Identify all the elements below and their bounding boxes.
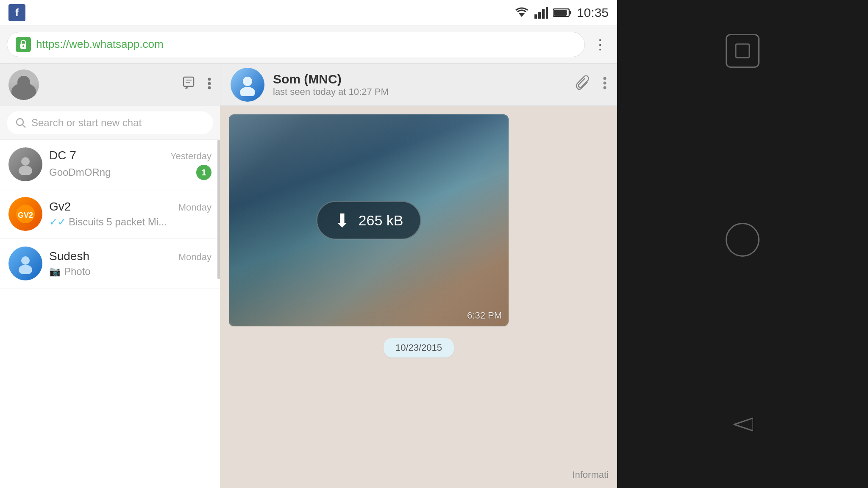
download-button[interactable]: ⬇ 265 kB: [317, 201, 421, 240]
svg-rect-4: [546, 7, 548, 19]
chat-menu-icon[interactable]: [603, 76, 607, 93]
contact-info: Som (MNC) last seen today at 10:27 PM: [273, 72, 567, 97]
phone-controls: [617, 0, 868, 488]
chat-info: DC 7 Yesterday GooDmORng 1: [49, 149, 211, 180]
message-time: 6:32 PM: [467, 310, 502, 321]
chat-name: Sudesh: [49, 250, 89, 263]
sidebar: Search or start new chat: [0, 64, 220, 488]
attach-icon[interactable]: [576, 75, 591, 94]
date-separator: 10/23/2015: [229, 338, 609, 358]
svg-rect-7: [554, 10, 567, 16]
new-chat-icon[interactable]: [183, 76, 197, 94]
url-bar[interactable]: https://web.whatsapp.com: [7, 32, 585, 57]
browser-menu-button[interactable]: ⋮: [590, 33, 610, 56]
svg-point-26: [604, 77, 606, 80]
home-button[interactable]: [726, 223, 760, 257]
chat-preview: GooDmORng: [49, 166, 196, 178]
chat-time: Yesterday: [170, 151, 211, 162]
back-button[interactable]: [726, 412, 760, 437]
svg-rect-6: [569, 11, 571, 14]
double-tick-icon: ✓✓: [49, 216, 66, 228]
sidebar-scrollbar[interactable]: [217, 140, 220, 279]
chat-info: Gv2 Monday ✓✓ Biscuits 5 packet Mi...: [49, 200, 211, 228]
unread-badge: 1: [196, 165, 211, 180]
sidebar-header: [0, 64, 220, 106]
download-size: 265 kB: [359, 212, 403, 229]
chat-preview: 📷 Photo: [49, 266, 211, 277]
svg-point-9: [22, 45, 24, 47]
chat-info: Sudesh Monday 📷 Photo: [49, 250, 211, 277]
contact-name: Som (MNC): [273, 72, 567, 86]
svg-point-15: [208, 86, 211, 89]
chat-panel: Som (MNC) last seen today at 10:27 PM: [220, 64, 617, 488]
svg-point-25: [240, 87, 255, 96]
avatar: [8, 147, 42, 181]
chat-time: Monday: [178, 202, 211, 213]
ssl-lock-icon: [16, 37, 31, 52]
chat-name: DC 7: [49, 149, 76, 162]
svg-point-28: [604, 86, 606, 89]
facebook-icon: f: [8, 4, 25, 21]
svg-text:GV2: GV2: [18, 211, 33, 219]
svg-point-27: [604, 81, 606, 84]
svg-point-14: [208, 82, 211, 85]
svg-point-23: [19, 265, 32, 274]
svg-rect-2: [538, 12, 541, 19]
battery-icon: [553, 8, 572, 18]
svg-point-19: [19, 166, 32, 175]
recent-apps-button[interactable]: [726, 34, 760, 68]
search-box: Search or start new chat: [0, 106, 220, 140]
svg-point-24: [243, 77, 252, 86]
sidebar-menu-icon[interactable]: [207, 78, 211, 92]
list-item[interactable]: GV2 Gv2 Monday ✓✓ Biscuits 5 packet Mi..…: [0, 189, 220, 239]
chat-header-icons: [576, 75, 607, 94]
camera-icon: 📷: [49, 266, 61, 277]
app-area: Search or start new chat: [0, 64, 617, 488]
svg-point-16: [17, 119, 23, 125]
download-arrow-icon: ⬇: [334, 210, 350, 231]
contact-avatar[interactable]: [231, 68, 264, 102]
search-inner[interactable]: Search or start new chat: [7, 111, 213, 134]
svg-marker-0: [518, 13, 525, 17]
sidebar-header-icons: [183, 76, 211, 94]
list-item[interactable]: Sudesh Monday 📷 Photo: [0, 239, 220, 288]
chat-preview: ✓✓ Biscuits 5 packet Mi...: [49, 216, 211, 228]
info-partial-text: Informati: [572, 469, 609, 480]
date-badge: 10/23/2015: [384, 338, 454, 358]
status-bar-right: 10:35: [514, 6, 609, 20]
list-item[interactable]: DC 7 Yesterday GooDmORng 1: [0, 140, 220, 189]
chat-name: Gv2: [49, 200, 71, 214]
contact-status: last seen today at 10:27 PM: [273, 86, 567, 97]
avatar: [8, 247, 42, 280]
message-area: ⬇ 265 kB 6:32 PM 10/23/2015: [220, 106, 617, 488]
svg-point-18: [21, 157, 30, 166]
signal-icon: [534, 7, 548, 19]
search-icon: [15, 117, 26, 128]
user-profile-avatar[interactable]: [8, 69, 39, 100]
url-text: https://web.whatsapp.com: [36, 38, 164, 51]
search-placeholder: Search or start new chat: [31, 117, 142, 129]
avatar: GV2: [8, 197, 42, 231]
svg-marker-30: [734, 418, 753, 431]
image-container[interactable]: ⬇ 265 kB 6:32 PM: [229, 114, 509, 326]
wifi-icon: [514, 7, 529, 19]
chat-time: Monday: [178, 252, 211, 263]
chat-header: Som (MNC) last seen today at 10:27 PM: [220, 64, 617, 106]
clock: 10:35: [577, 6, 609, 20]
svg-rect-29: [736, 44, 749, 58]
svg-point-13: [208, 78, 211, 80]
status-bar: f 10:35: [0, 0, 617, 25]
svg-rect-1: [534, 14, 537, 19]
svg-line-17: [22, 125, 25, 128]
svg-point-22: [21, 256, 30, 265]
chat-list: DC 7 Yesterday GooDmORng 1: [0, 140, 220, 488]
svg-rect-3: [542, 9, 545, 19]
browser-bar: https://web.whatsapp.com ⋮: [0, 25, 617, 64]
message-bubble: ⬇ 265 kB 6:32 PM: [229, 114, 509, 326]
